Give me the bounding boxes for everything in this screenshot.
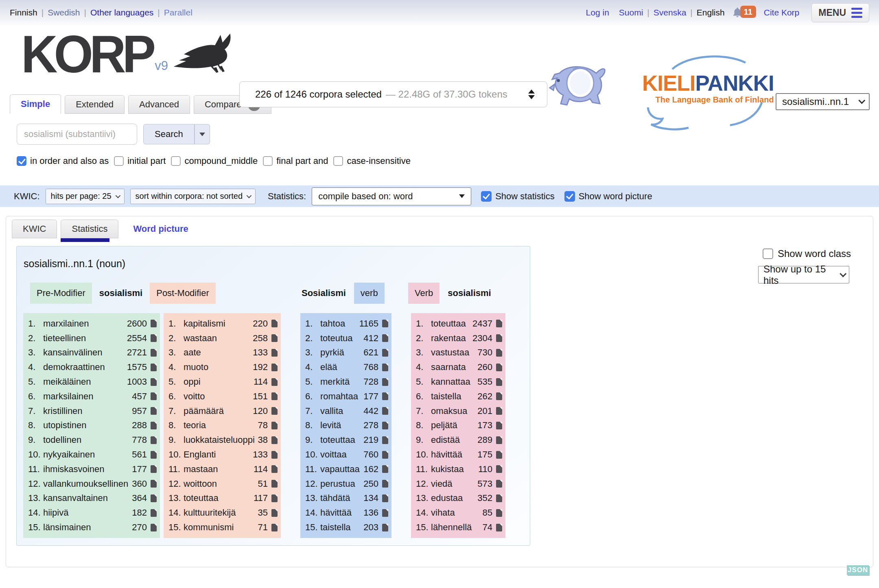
hit-count[interactable]: 136 xyxy=(363,507,382,518)
word-link[interactable]: teoria xyxy=(184,420,206,431)
list-item[interactable]: 3. kansainvälinen 2721 xyxy=(23,346,160,360)
document-icon[interactable] xyxy=(496,509,502,517)
list-item[interactable]: 13. toteuttaa 117 xyxy=(164,491,281,506)
checkbox-final-part[interactable] xyxy=(263,156,273,166)
word-link[interactable]: taistella xyxy=(431,391,461,402)
word-link[interactable]: vallankumouksellinen xyxy=(43,479,128,489)
word-link[interactable]: Englanti xyxy=(184,449,216,460)
document-icon[interactable] xyxy=(151,451,157,459)
document-icon[interactable] xyxy=(151,480,157,488)
list-item[interactable]: 13. edustaa 352 xyxy=(411,491,505,506)
word-link[interactable]: tähdätä xyxy=(320,493,350,503)
list-item[interactable]: 10. hävittää 175 xyxy=(411,447,505,462)
word-link[interactable]: hiipivä xyxy=(43,507,68,518)
word-link[interactable]: tieteellinen xyxy=(43,333,86,344)
tab-word-picture[interactable]: Word picture xyxy=(122,220,199,238)
list-item[interactable]: 9. toteuttaa 219 xyxy=(300,433,391,447)
document-icon[interactable] xyxy=(151,465,157,473)
list-item[interactable]: 15. kommunismi 71 xyxy=(164,520,281,535)
list-item[interactable]: 12. woittoon 51 xyxy=(164,477,281,491)
document-icon[interactable] xyxy=(151,524,157,531)
word-link[interactable]: hävittää xyxy=(320,507,352,518)
word-link[interactable]: vastustaa xyxy=(431,347,469,358)
word-link[interactable]: tahtoa xyxy=(320,318,345,329)
list-item[interactable]: 8. teoria 78 xyxy=(164,418,281,433)
word-link[interactable]: kristillinen xyxy=(43,406,83,416)
word-link[interactable]: lähennellä xyxy=(431,522,472,533)
hit-count[interactable]: 289 xyxy=(477,435,496,445)
word-link[interactable]: levitä xyxy=(320,420,341,431)
hit-count[interactable]: 162 xyxy=(363,464,382,475)
list-item[interactable]: 2. toteutua 412 xyxy=(300,331,391,346)
word-link[interactable]: wastaan xyxy=(184,333,217,344)
word-link[interactable]: toteuttaa xyxy=(184,493,219,503)
hit-count[interactable]: 114 xyxy=(254,464,271,475)
word-link[interactable]: utopistinen xyxy=(43,420,86,431)
hit-count[interactable]: 778 xyxy=(132,435,151,445)
checkbox-show-word-class[interactable] xyxy=(763,248,773,259)
document-icon[interactable] xyxy=(382,407,388,415)
hit-count[interactable]: 85 xyxy=(483,507,496,518)
document-icon[interactable] xyxy=(151,407,157,415)
list-item[interactable]: 10. voittaa 760 xyxy=(300,447,391,462)
list-item[interactable]: 2. tieteellinen 2554 xyxy=(23,331,160,346)
document-icon[interactable] xyxy=(271,392,278,400)
word-link[interactable]: omaksua xyxy=(431,406,467,416)
list-item[interactable]: 15. länsimainen 270 xyxy=(23,520,160,535)
list-item[interactable]: 13. kansanvaltainen 364 xyxy=(23,491,160,506)
tab-kwic[interactable]: KWIC xyxy=(12,220,57,238)
search-input[interactable] xyxy=(17,124,137,145)
notifications[interactable]: 11 xyxy=(731,6,750,20)
word-link[interactable]: viedä xyxy=(431,479,453,489)
document-icon[interactable] xyxy=(382,349,388,357)
document-icon[interactable] xyxy=(496,334,502,342)
document-icon[interactable] xyxy=(496,407,502,415)
hit-count[interactable]: 110 xyxy=(478,464,496,475)
document-icon[interactable] xyxy=(496,524,502,531)
word-link[interactable]: taistella xyxy=(320,522,351,533)
word-link[interactable]: kansanvaltainen xyxy=(43,493,108,503)
list-item[interactable]: 7. kristillinen 957 xyxy=(23,404,160,418)
list-item[interactable]: 14. hävittää 136 xyxy=(300,505,391,520)
word-link[interactable]: kukistaa xyxy=(431,464,464,475)
tab-statistics[interactable]: Statistics xyxy=(61,220,118,238)
word-link[interactable]: romahtaa xyxy=(320,391,358,402)
document-icon[interactable] xyxy=(271,334,278,342)
document-icon[interactable] xyxy=(271,451,278,459)
word-link[interactable]: woittoon xyxy=(184,479,217,489)
document-icon[interactable] xyxy=(496,320,502,327)
document-icon[interactable] xyxy=(496,480,502,488)
list-item[interactable]: 9. edistää 289 xyxy=(411,433,505,447)
list-item[interactable]: 4. demokraattinen 1575 xyxy=(23,360,160,375)
list-item[interactable]: 14. kulttuuritekijä 35 xyxy=(164,505,281,520)
document-icon[interactable] xyxy=(271,480,278,488)
search-options-caret[interactable] xyxy=(195,124,210,144)
word-link[interactable]: kapitalismi xyxy=(184,318,225,329)
corpus-selector[interactable]: 226 of 1246 corpora selected — 22.48G of… xyxy=(239,81,547,107)
list-item[interactable]: 4. muoto 192 xyxy=(164,360,281,375)
hit-count[interactable]: 1165 xyxy=(359,318,382,329)
document-icon[interactable] xyxy=(496,392,502,400)
mode-link-swedish[interactable]: Swedish xyxy=(48,8,80,17)
hit-count[interactable]: 192 xyxy=(253,362,271,372)
hit-count[interactable]: 182 xyxy=(132,507,151,518)
word-link[interactable]: todellinen xyxy=(43,435,81,445)
checkbox-initial-part[interactable] xyxy=(114,156,124,166)
document-icon[interactable] xyxy=(151,494,157,502)
list-item[interactable]: 14. vihata 85 xyxy=(411,505,505,520)
document-icon[interactable] xyxy=(496,494,502,502)
sort-within-corpora-select[interactable]: sort within corpora: not sorted xyxy=(130,189,256,204)
document-icon[interactable] xyxy=(151,422,157,429)
hit-count[interactable]: 133 xyxy=(253,449,271,460)
mode-link-other-languages[interactable]: Other languages xyxy=(90,8,153,17)
word-link[interactable]: perustua xyxy=(320,479,355,489)
hit-count[interactable]: 250 xyxy=(363,479,382,489)
list-item[interactable]: 6. taistella 262 xyxy=(411,389,505,404)
word-link[interactable]: kansainvälinen xyxy=(43,347,103,358)
word-link[interactable]: nykyaikainen xyxy=(43,449,95,460)
list-item[interactable]: 15. taistella 203 xyxy=(300,520,391,535)
hit-count[interactable]: 352 xyxy=(477,493,496,503)
lemma-select[interactable]: sosialismi..nn.1 xyxy=(776,93,870,110)
hit-count[interactable]: 177 xyxy=(132,464,151,475)
hit-count[interactable]: 278 xyxy=(363,420,382,431)
